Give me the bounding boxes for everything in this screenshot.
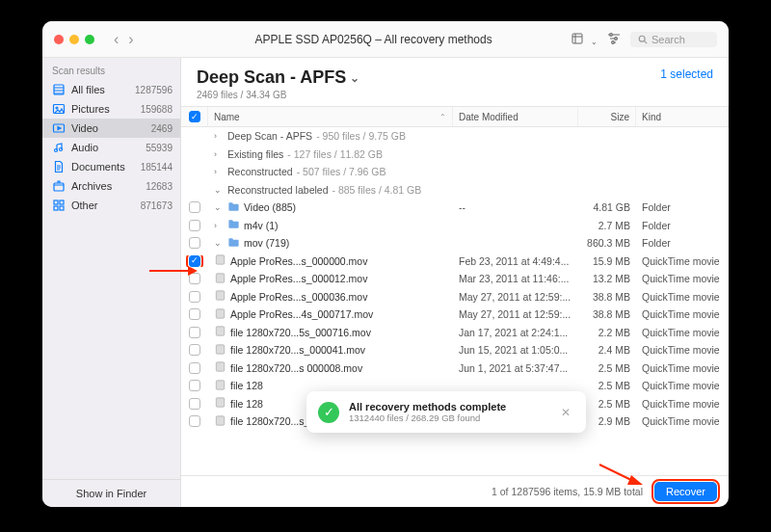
main-header: Deep Scan - APFS⌄ 2469 files / 34.34 GB … bbox=[181, 58, 729, 106]
col-name[interactable]: Name⌃ bbox=[208, 107, 453, 126]
disclosure-triangle[interactable]: › bbox=[214, 167, 224, 176]
recover-button[interactable]: Recover bbox=[654, 482, 717, 501]
nav-back-button[interactable]: ‹ bbox=[110, 29, 122, 50]
svg-point-2 bbox=[610, 33, 613, 36]
sidebar-item-label: Archives bbox=[71, 180, 140, 192]
row-checkbox[interactable] bbox=[189, 308, 200, 320]
file-icon bbox=[214, 307, 226, 320]
audio-icon bbox=[52, 141, 66, 154]
view-mode-button[interactable]: ⌄ bbox=[572, 31, 598, 48]
table-row[interactable]: ›Reconstructed - 507 files / 7.96 GB bbox=[181, 163, 729, 181]
select-all-checkbox[interactable] bbox=[189, 111, 200, 122]
toast-subtitle: 1312440 files / 268.29 GB found bbox=[349, 412, 547, 423]
fullscreen-window-button[interactable] bbox=[85, 35, 94, 44]
sidebar-item-audio[interactable]: Audio55939 bbox=[42, 138, 180, 157]
svg-rect-12 bbox=[54, 183, 64, 191]
row-checkbox[interactable] bbox=[189, 201, 200, 213]
folder-icon bbox=[227, 200, 240, 213]
file-icon bbox=[214, 272, 226, 284]
selected-count[interactable]: 1 selected bbox=[660, 67, 713, 81]
svg-rect-18 bbox=[216, 274, 224, 282]
file-icon bbox=[214, 253, 226, 266]
row-checkbox[interactable] bbox=[189, 291, 200, 303]
svg-rect-13 bbox=[54, 200, 58, 204]
disclosure-triangle[interactable]: ⌄ bbox=[214, 185, 224, 195]
show-in-finder-button[interactable]: Show in Finder bbox=[42, 479, 180, 507]
col-kind[interactable]: Kind bbox=[636, 107, 729, 126]
table-row[interactable]: file 1280x720...s 000008.movJun 1, 2021 … bbox=[181, 359, 729, 378]
row-checkbox[interactable] bbox=[189, 255, 200, 267]
sidebar-item-all-files[interactable]: All files1287596 bbox=[42, 80, 180, 99]
table-row[interactable]: Apple ProRes...s_000000.movFeb 23, 2011 … bbox=[181, 253, 729, 271]
column-headers: Name⌃ Date Modified Size Kind bbox=[181, 106, 729, 127]
chevron-down-icon: ⌄ bbox=[350, 71, 359, 85]
close-window-button[interactable] bbox=[54, 35, 64, 44]
table-row[interactable]: ›Deep Scan - APFS - 950 files / 9.75 GB bbox=[181, 127, 729, 146]
sidebar-item-count: 159688 bbox=[141, 104, 173, 115]
col-date[interactable]: Date Modified bbox=[453, 107, 578, 126]
disclosure-triangle[interactable]: ⌄ bbox=[214, 202, 224, 212]
file-icon bbox=[214, 414, 226, 427]
sidebar-item-video[interactable]: Video2469 bbox=[42, 119, 180, 138]
sidebar-item-label: Other bbox=[71, 200, 135, 211]
row-checkbox[interactable] bbox=[189, 344, 200, 356]
row-checkbox[interactable] bbox=[189, 220, 200, 231]
table-row[interactable]: ›Existing files - 127 files / 11.82 GB bbox=[181, 146, 729, 164]
table-row[interactable]: ⌄Video (885)--4.81 GBFolder bbox=[181, 199, 729, 217]
sidebar-item-documents[interactable]: Documents185144 bbox=[42, 157, 180, 176]
search-input[interactable]: Search bbox=[630, 32, 717, 47]
main-panel: Deep Scan - APFS⌄ 2469 files / 34.34 GB … bbox=[181, 58, 729, 507]
row-checkbox[interactable] bbox=[189, 327, 200, 338]
table-row[interactable]: Apple ProRes...s_000036.movMay 27, 2011 … bbox=[181, 288, 729, 306]
table-row[interactable]: ⌄mov (719)860.3 MBFolder bbox=[181, 234, 729, 253]
minimize-window-button[interactable] bbox=[69, 35, 79, 44]
col-size[interactable]: Size bbox=[578, 107, 636, 126]
svg-rect-14 bbox=[60, 200, 64, 204]
footer-status: 1 of 1287596 items, 15.9 MB total bbox=[492, 486, 643, 497]
table-row[interactable]: file 1280x720...s_000041.movJun 15, 2021… bbox=[181, 341, 729, 359]
sidebar-item-label: Audio bbox=[71, 142, 140, 153]
svg-point-11 bbox=[60, 148, 63, 151]
folder-icon bbox=[227, 236, 240, 249]
col-checkbox[interactable] bbox=[181, 107, 208, 126]
row-checkbox[interactable] bbox=[189, 273, 200, 284]
row-checkbox[interactable] bbox=[189, 380, 200, 391]
svg-rect-26 bbox=[216, 416, 224, 425]
table-row[interactable]: ›m4v (1)2.7 MBFolder bbox=[181, 217, 729, 235]
sidebar-item-archives[interactable]: Archives12683 bbox=[42, 176, 180, 196]
sidebar-item-label: Video bbox=[71, 122, 146, 134]
svg-rect-17 bbox=[216, 255, 224, 264]
toast-title: All recovery methods complete bbox=[349, 401, 547, 412]
svg-rect-1 bbox=[572, 34, 582, 43]
toast-close-button[interactable]: ✕ bbox=[557, 404, 574, 421]
pictures-icon bbox=[52, 102, 66, 116]
row-checkbox[interactable] bbox=[189, 362, 200, 374]
row-checkbox[interactable] bbox=[189, 237, 200, 249]
toolbar-right: ⌄ Search bbox=[572, 31, 717, 48]
allfiles-icon bbox=[52, 83, 66, 96]
svg-point-5 bbox=[639, 36, 645, 41]
main-subtitle: 2469 files / 34.34 GB bbox=[197, 90, 359, 100]
filter-icon[interactable] bbox=[607, 31, 621, 48]
sidebar-item-label: All files bbox=[71, 84, 129, 95]
disclosure-triangle[interactable]: › bbox=[214, 131, 224, 141]
disclosure-triangle[interactable]: › bbox=[214, 221, 224, 230]
row-checkbox[interactable] bbox=[189, 398, 200, 410]
check-icon: ✓ bbox=[318, 402, 339, 423]
main-title[interactable]: Deep Scan - APFS⌄ bbox=[197, 67, 359, 88]
app-window: ‹ › APPLE SSD AP0256Q – All recovery met… bbox=[42, 21, 729, 507]
file-list[interactable]: ›Deep Scan - APFS - 950 files / 9.75 GB›… bbox=[181, 127, 729, 475]
row-checkbox[interactable] bbox=[189, 415, 200, 427]
table-row[interactable]: Apple ProRes...4s_000717.movMay 27, 2011… bbox=[181, 306, 729, 324]
svg-rect-19 bbox=[216, 291, 224, 300]
svg-point-3 bbox=[615, 37, 618, 40]
sidebar-item-other[interactable]: Other871673 bbox=[42, 196, 180, 215]
disclosure-triangle[interactable]: › bbox=[214, 149, 224, 159]
table-row[interactable]: file 1280x720...5s_000716.movJan 17, 202… bbox=[181, 324, 729, 342]
table-row[interactable]: ⌄Reconstructed labeled - 885 files / 4.8… bbox=[181, 181, 729, 200]
nav-forward-button[interactable]: › bbox=[124, 29, 137, 50]
table-row[interactable]: Apple ProRes...s_000012.movMar 23, 2011 … bbox=[181, 270, 729, 288]
disclosure-triangle[interactable]: ⌄ bbox=[214, 238, 224, 248]
svg-rect-20 bbox=[216, 309, 224, 318]
sidebar-item-pictures[interactable]: Pictures159688 bbox=[42, 99, 180, 119]
